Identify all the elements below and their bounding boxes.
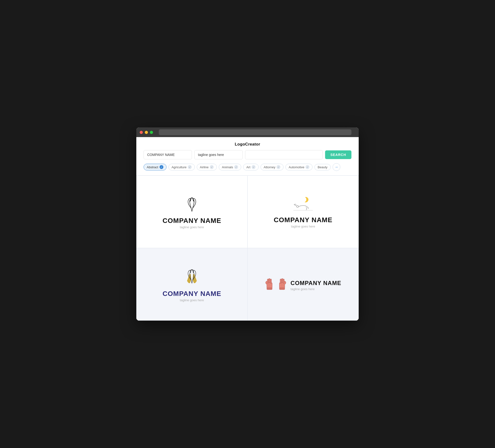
filter-label-animals: Animals bbox=[222, 165, 233, 169]
minimize-button[interactable] bbox=[145, 131, 148, 134]
logo2-company-name: COMPANY NAME bbox=[274, 216, 332, 224]
url-bar[interactable] bbox=[159, 129, 351, 135]
check-icon-animals: ✓ bbox=[234, 165, 238, 169]
check-icon-abstract: ✓ bbox=[160, 165, 163, 169]
filter-chip-attorney[interactable]: Attorney ✓ bbox=[261, 164, 284, 170]
filter-chip-automotive[interactable]: Automotive ✓ bbox=[286, 164, 313, 170]
svg-rect-11 bbox=[282, 279, 283, 283]
logo-card-1[interactable]: COMPANY NAME tagline goes here bbox=[136, 176, 248, 248]
filter-bar: Abstract ✓ Agriculture ✓ Airline ✓ Anima… bbox=[136, 163, 359, 175]
praying-hands-outline-icon bbox=[183, 195, 200, 214]
logo3-company-name: COMPANY NAME bbox=[163, 290, 221, 298]
app-content: LogoCreator SEARCH Abstract ✓ Agricultur… bbox=[136, 137, 359, 321]
filter-label-airline: Airline bbox=[200, 165, 209, 169]
logo-card-3[interactable]: COMPANY NAME tagline goes here bbox=[136, 248, 248, 321]
check-icon-attorney: ✓ bbox=[276, 165, 280, 169]
close-button[interactable] bbox=[140, 131, 143, 134]
moon-person-icon bbox=[292, 195, 314, 213]
company-name-input[interactable] bbox=[144, 150, 192, 159]
gloves-icon bbox=[265, 276, 287, 292]
logo4-text-block: COMPANY NAME tagline goes here bbox=[290, 278, 341, 291]
app-title: LogoCreator bbox=[136, 137, 359, 150]
logo-grid: COMPANY NAME tagline goes here bbox=[136, 175, 359, 321]
filter-next-button[interactable]: → bbox=[332, 163, 340, 171]
check-icon-airline: ✓ bbox=[210, 165, 214, 169]
logo-inner-1: COMPANY NAME tagline goes here bbox=[163, 195, 221, 229]
praying-hands-color-icon bbox=[183, 267, 200, 287]
svg-point-0 bbox=[297, 206, 299, 208]
browser-window: LogoCreator SEARCH Abstract ✓ Agricultur… bbox=[136, 127, 359, 321]
logo4-tagline: tagline goes here bbox=[290, 287, 341, 291]
titlebar bbox=[136, 127, 359, 137]
filter-label-agriculture: Agriculture bbox=[172, 165, 187, 169]
svg-rect-10 bbox=[283, 279, 284, 283]
filter-chip-art[interactable]: Art ✓ bbox=[243, 164, 259, 170]
filter-chip-abstract[interactable]: Abstract ✓ bbox=[144, 164, 166, 170]
search-button[interactable]: SEARCH bbox=[325, 150, 351, 159]
logo4-company-name: COMPANY NAME bbox=[290, 280, 341, 286]
filter-label-attorney: Attorney bbox=[264, 165, 275, 169]
logo-card-4[interactable]: COMPANY NAME tagline goes here bbox=[248, 248, 359, 321]
filter-label-beauty: Beauty bbox=[317, 165, 327, 169]
filter-label-abstract: Abstract bbox=[147, 165, 158, 169]
check-icon-art: ✓ bbox=[252, 165, 255, 169]
logo-inner-3: COMPANY NAME tagline goes here bbox=[163, 267, 221, 302]
filter-label-art: Art bbox=[246, 165, 250, 169]
tagline-input[interactable] bbox=[194, 150, 243, 159]
svg-rect-6 bbox=[267, 288, 272, 290]
filter-chip-beauty[interactable]: Beauty bbox=[315, 164, 330, 170]
svg-rect-13 bbox=[279, 288, 285, 290]
filter-chip-airline[interactable]: Airline ✓ bbox=[197, 164, 217, 170]
logo-inner-4: COMPANY NAME tagline goes here bbox=[265, 276, 341, 293]
filter-label-automotive: Automotive bbox=[289, 165, 304, 169]
svg-rect-5 bbox=[270, 279, 271, 283]
logo-card-2[interactable]: COMPANY NAME tagline goes here bbox=[248, 176, 359, 248]
logo2-tagline: tagline goes here bbox=[291, 224, 315, 228]
svg-rect-12 bbox=[280, 279, 281, 283]
logo1-tagline: tagline goes here bbox=[180, 225, 204, 229]
logo3-tagline: tagline goes here bbox=[180, 298, 204, 302]
svg-rect-3 bbox=[267, 279, 269, 283]
logo1-company-name: COMPANY NAME bbox=[163, 217, 221, 224]
check-icon-agriculture: ✓ bbox=[188, 165, 192, 169]
extra-input[interactable] bbox=[245, 150, 323, 159]
maximize-button[interactable] bbox=[150, 131, 153, 134]
svg-rect-4 bbox=[269, 279, 270, 283]
filter-chip-agriculture[interactable]: Agriculture ✓ bbox=[168, 164, 195, 170]
check-icon-automotive: ✓ bbox=[305, 165, 309, 169]
search-bar: SEARCH bbox=[136, 150, 359, 163]
logo-inner-2: COMPANY NAME tagline goes here bbox=[274, 195, 332, 228]
filter-chip-animals[interactable]: Animals ✓ bbox=[219, 164, 241, 170]
